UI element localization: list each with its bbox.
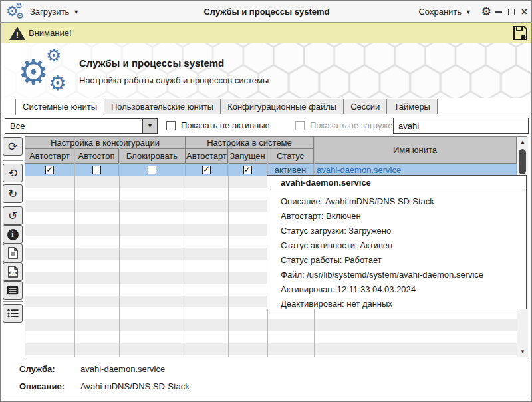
checkbox-running[interactable] <box>243 166 252 174</box>
tooltip-description: Описание: Avahi mDNS/DNS SD-Stack <box>267 194 526 209</box>
header-banner: ⚙⚙⚙ Службы и процессы systemd Настройка … <box>1 43 532 98</box>
checkbox-show-inactive-label: Показать не активные <box>181 114 270 136</box>
app-window: ⚙⚙⚙ Загрузить▼ Службы и процессы systemd… <box>0 0 532 402</box>
tooltip-title: avahi-daemon.service <box>267 176 526 190</box>
app-gears-icon: ⚙⚙⚙ <box>6 3 26 21</box>
bullet-list-icon <box>7 309 19 318</box>
service-label: Служба: <box>19 364 55 374</box>
history-button[interactable]: ⟲ <box>3 164 23 182</box>
refresh-button[interactable]: ⟳ <box>3 137 23 156</box>
column-header-running: Запущен <box>228 149 267 164</box>
chevron-down-icon: ▼ <box>466 9 471 15</box>
description-label: Описание: <box>19 381 65 391</box>
cell-autostart-conf[interactable] <box>25 164 74 176</box>
journal-button[interactable] <box>3 281 23 300</box>
checkbox-autostart-sys[interactable] <box>202 166 211 174</box>
journal-icon <box>7 286 19 295</box>
redo-icon: ↻ <box>8 187 17 201</box>
details-footer: Служба: avahi-daemon.service Описание: A… <box>1 357 532 397</box>
checkbox-autostop[interactable] <box>92 166 101 174</box>
cell-block[interactable] <box>119 164 186 176</box>
tooltip-file: Файл: /usr/lib/systemd/system/avahi-daem… <box>267 268 526 282</box>
tab-config-files[interactable]: Конфигурационные файлы <box>221 99 344 114</box>
save-file-icon[interactable] <box>513 25 528 41</box>
filter-row: Все ▼ Показать не активные Показать не з… <box>1 114 532 136</box>
page-title: Службы и процессы systemd <box>79 57 224 69</box>
close-icon[interactable]: × <box>521 7 527 17</box>
page-subtitle: Настройка работы служб и процессов систе… <box>79 75 269 85</box>
document-button[interactable] <box>3 244 23 262</box>
chevron-down-icon: ▼ <box>73 9 79 15</box>
checkbox-show-unloaded[interactable] <box>295 121 305 130</box>
combobox-value: Все <box>10 119 25 133</box>
column-header-autostop: Автостоп <box>74 149 119 164</box>
tooltip-autostart: Автостарт: Включен <box>267 209 526 224</box>
toolbar-separator <box>3 302 23 302</box>
titlebar: ⚙⚙⚙ Загрузить▼ Службы и процессы systemd… <box>1 1 532 23</box>
tab-bar: Системные юниты Пользовательские юниты К… <box>1 98 532 114</box>
refresh-icon: ⟳ <box>8 140 17 154</box>
description-value: Avahi mDNS/DNS SD-Stack <box>80 381 190 391</box>
document-icon <box>8 247 18 259</box>
column-header-autostart-sys: Автостарт <box>186 149 228 164</box>
history-icon: ⟲ <box>8 166 17 180</box>
checkbox-autostart-conf[interactable] <box>45 166 54 174</box>
banner-gears-icon: ⚙⚙⚙ <box>18 47 74 95</box>
group-header-config: Настройка в конфигурации <box>25 137 186 149</box>
window-controls: × <box>495 1 527 23</box>
settings-gear-icon[interactable]: ⚙ <box>481 1 491 23</box>
warning-triangle-icon: ! <box>9 26 26 41</box>
warning-text: Внимание! <box>29 23 72 43</box>
service-value: avahi-daemon.service <box>80 364 165 374</box>
tab-sessions[interactable]: Сессии <box>344 99 387 114</box>
tab-system-units[interactable]: Системные юниты <box>15 99 104 115</box>
undo-button[interactable]: ↺ <box>3 206 23 225</box>
column-header-unit-name: Имя юнита <box>314 137 517 164</box>
filter-combobox[interactable]: Все ▼ <box>5 118 158 134</box>
column-header-block: Блокировать <box>119 149 186 164</box>
tooltip-deactivated: Деактивирован: нет данных <box>267 297 526 311</box>
checkbox-block[interactable] <box>148 166 156 174</box>
cell-autostart-sys[interactable] <box>186 164 228 176</box>
cell-autostop[interactable] <box>74 164 119 176</box>
tooltip-run-status: Статус работы: Работает <box>267 253 526 268</box>
config-file-button[interactable]: / <box>3 262 23 281</box>
toolbar-separator <box>3 204 23 204</box>
scroll-down-icon[interactable]: ▼ <box>517 347 528 357</box>
unit-list-button[interactable] <box>3 304 23 323</box>
tab-user-units[interactable]: Пользовательские юниты <box>104 99 221 114</box>
warning-bar: ! Внимание! <box>1 23 532 43</box>
unit-name-link[interactable]: avahi-daemon.service <box>314 164 517 176</box>
unit-details-tooltip: avahi-daemon.service Описание: Avahi mDN… <box>267 175 527 309</box>
tab-timers[interactable]: Таймеры <box>387 99 438 114</box>
tooltip-active-status: Статус активности: Активен <box>267 238 526 253</box>
tooltip-load-status: Статус загрузки: Загружено <box>267 224 526 238</box>
maximize-icon[interactable] <box>508 9 515 15</box>
cell-status: активен <box>267 164 314 176</box>
minimize-icon[interactable] <box>495 11 502 13</box>
tooltip-activated: Активирован: 12:11:33 04.03.2024 <box>267 282 526 297</box>
redo-button[interactable]: ↻ <box>3 184 23 203</box>
group-header-system: Настройка в системе <box>186 137 314 149</box>
undo-icon: ↺ <box>8 209 17 223</box>
checkbox-show-inactive[interactable] <box>166 121 176 130</box>
info-icon: i <box>7 229 19 240</box>
info-button[interactable]: i <box>3 225 23 244</box>
scrollbar-thumb[interactable] <box>519 149 526 174</box>
scroll-up-icon[interactable]: ▲ <box>517 137 528 147</box>
cell-running[interactable] <box>228 164 267 176</box>
save-button[interactable]: Сохранить▼ <box>418 1 471 23</box>
toolbar-separator <box>3 160 23 161</box>
chevron-down-icon[interactable]: ▼ <box>142 119 157 133</box>
column-header-status: Статус <box>267 149 314 164</box>
svg-text:!: ! <box>16 30 19 40</box>
document-code-icon: / <box>8 266 18 278</box>
load-button[interactable]: Загрузить▼ <box>30 1 79 23</box>
search-input[interactable] <box>393 118 529 134</box>
column-header-autostart-conf: Автостарт <box>25 149 74 164</box>
